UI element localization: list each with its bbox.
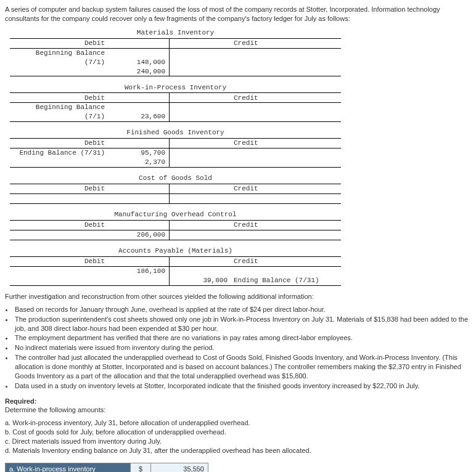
row-value: 148,000 [107, 48, 170, 67]
credit-label: Credit [231, 184, 341, 194]
ledger-materials: Materials Inventory Debit Credit Beginni… [5, 28, 471, 77]
list-item: Based on records for January through Jun… [14, 305, 471, 314]
ledger-cogs: Cost of Goods Sold Debit Credit [5, 174, 471, 204]
credit-label: Credit [231, 38, 341, 48]
ledger-title: Finished Goods Inventory [10, 128, 341, 139]
row-value: 240,000 [107, 67, 170, 76]
ledger-wip: Work-in-Process Inventory Debit Credit B… [5, 83, 471, 122]
row-label: Ending Balance (7/31) [231, 276, 341, 286]
row-value: 2,370 [107, 158, 170, 168]
ledger-moh: Manufacturing Overhead Control Debit Cre… [5, 210, 471, 240]
ledger-title: Materials Inventory [10, 28, 341, 39]
debit-label: Debit [10, 184, 107, 194]
debit-label: Debit [10, 93, 107, 103]
credit-label: Credit [231, 139, 341, 149]
list-item: The employment department has verified t… [14, 333, 471, 343]
row-label: Beginning Balance (7/1) [10, 48, 107, 67]
row-value: 95,700 [107, 149, 170, 158]
answer-input-a[interactable]: 35,550 [151, 463, 208, 472]
debit-label: Debit [10, 221, 107, 230]
required-subtext: Determine the following amounts: [5, 405, 471, 415]
list-item: Data used in a study on inventory levels… [14, 381, 471, 391]
answer-label: a. Work-in-process inventory [6, 463, 131, 472]
credit-label: Credit [231, 221, 341, 230]
dollar-sign: $ [131, 463, 151, 472]
ledger-ap: Accounts Payable (Materials) Debit Credi… [5, 246, 471, 286]
ledger-title: Accounts Payable (Materials) [10, 246, 341, 257]
row-value: 186,100 [107, 267, 170, 277]
question-item: c. Direct materials issued from inventor… [5, 437, 471, 446]
question-item: d. Materials Inventory ending balance on… [5, 446, 471, 455]
question-item: b. Cost of goods sold for July, before a… [5, 428, 471, 437]
credit-label: Credit [231, 257, 341, 267]
debit-label: Debit [10, 38, 107, 48]
row-value: 23,600 [107, 103, 170, 122]
ledger-title: Manufacturing Overhead Control [10, 210, 341, 221]
debit-label: Debit [10, 139, 107, 149]
question-item: a. Work-in-process inventory, July 31, b… [5, 418, 471, 428]
answer-row-a: a. Work-in-process inventory $ 35,550 [6, 463, 208, 472]
row-label: Ending Balance (7/31) [10, 149, 107, 158]
list-item: The controller had just allocated the un… [14, 353, 471, 381]
bullet-list: Based on records for January through Jun… [5, 305, 471, 391]
credit-label: Credit [231, 93, 341, 103]
intro-text: A series of computer and backup system f… [5, 5, 471, 23]
list-item: The production superintendent's cost she… [14, 315, 471, 333]
further-text: Further investigation and reconstruction… [5, 292, 471, 301]
debit-label: Debit [10, 257, 107, 267]
ledger-fg: Finished Goods Inventory Debit Credit En… [5, 128, 471, 168]
ledger-title: Work-in-Process Inventory [10, 83, 341, 93]
row-value: 206,000 [107, 230, 170, 240]
list-item: No indirect materials were issued from i… [14, 343, 471, 352]
question-list: a. Work-in-process inventory, July 31, b… [5, 418, 471, 455]
required-heading: Required: [5, 397, 471, 406]
answers-table: a. Work-in-process inventory $ 35,550 b.… [5, 463, 208, 472]
row-label: Beginning Balance (7/1) [10, 103, 107, 122]
row-value: 39,800 [170, 276, 232, 286]
ledger-title: Cost of Goods Sold [10, 174, 341, 184]
